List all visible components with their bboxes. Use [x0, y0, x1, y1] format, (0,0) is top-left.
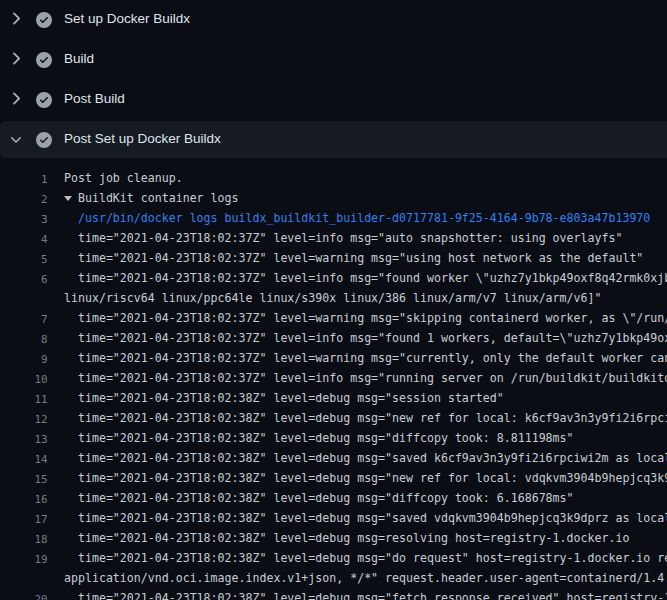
line-number[interactable]: 3	[0, 210, 48, 230]
log-line: 13 time="2021-04-23T18:02:38Z" level=deb…	[0, 428, 667, 448]
check-circle-icon	[36, 52, 52, 68]
chevron-right-icon	[6, 9, 25, 28]
log-text: time="2021-04-23T18:02:37Z" level=warnin…	[64, 248, 643, 268]
log-line-continuation: application/vnd.oci.image.index.v1+json,…	[0, 568, 667, 588]
log-text: time="2021-04-23T18:02:38Z" level=debug …	[64, 528, 629, 548]
log-line: 20 time="2021-04-23T18:02:38Z" level=deb…	[0, 588, 667, 600]
step-name: Post Set up Docker Buildx	[64, 119, 221, 159]
line-number[interactable]: 20	[0, 590, 48, 600]
check-circle-icon-svg	[36, 12, 52, 28]
log-text: application/vnd.oci.image.index.v1+json,…	[64, 568, 667, 588]
log-text: time="2021-04-23T18:02:38Z" level=debug …	[64, 468, 667, 488]
log-text: time="2021-04-23T18:02:38Z" level=debug …	[64, 388, 504, 408]
log-text: time="2021-04-23T18:02:37Z" level=warnin…	[64, 348, 667, 368]
check-circle-icon-svg	[36, 52, 52, 68]
log-line: 3 /usr/bin/docker logs buildx_buildkit_b…	[0, 208, 667, 228]
log-line: 7 time="2021-04-23T18:02:37Z" level=warn…	[0, 308, 667, 328]
chevron-right-icon	[6, 49, 25, 68]
log-line: 1Post job cleanup.	[0, 168, 667, 188]
line-number[interactable]: 7	[0, 310, 48, 330]
line-number[interactable]: 16	[0, 490, 48, 510]
step-name: Post Build	[64, 79, 125, 119]
line-number[interactable]: 6	[0, 270, 48, 290]
log-line: 9 time="2021-04-23T18:02:37Z" level=warn…	[0, 348, 667, 368]
line-number[interactable]: 4	[0, 230, 48, 250]
line-number[interactable]: 19	[0, 550, 48, 570]
line-number[interactable]: 14	[0, 450, 48, 470]
steps-list: Set up Docker BuildxBuildPost BuildPost …	[0, 0, 667, 160]
log-area: 1Post job cleanup.2 BuildKit container l…	[0, 168, 667, 600]
line-number[interactable]: 13	[0, 430, 48, 450]
log-line: 5 time="2021-04-23T18:02:37Z" level=warn…	[0, 248, 667, 268]
log-line: 6 time="2021-04-23T18:02:37Z" level=info…	[0, 268, 667, 288]
chevron-down-icon	[8, 132, 24, 148]
line-number[interactable]: 5	[0, 250, 48, 270]
log-command-text: /usr/bin/docker logs buildx_buildkit_bui…	[64, 208, 650, 228]
log-line: 14 time="2021-04-23T18:02:38Z" level=deb…	[0, 448, 667, 468]
actions-log-viewer: { "theme": { "background": "#0a0d13", "e…	[0, 0, 667, 600]
log-text: time="2021-04-23T18:02:38Z" level=debug …	[64, 408, 667, 428]
check-circle-icon	[36, 132, 52, 148]
log-text: time="2021-04-23T18:02:38Z" level=debug …	[64, 548, 667, 568]
log-text: time="2021-04-23T18:02:37Z" level=info m…	[64, 328, 667, 348]
check-circle-icon-svg	[36, 132, 52, 148]
step-header-set-up-docker-buildx[interactable]: Set up Docker Buildx	[0, 0, 667, 40]
line-number[interactable]: 10	[0, 370, 48, 390]
line-number[interactable]: 8	[0, 330, 48, 350]
step-name: Set up Docker Buildx	[64, 0, 190, 39]
chevron-down-icon-svg	[8, 132, 24, 148]
log-text: time="2021-04-23T18:02:37Z" level=warnin…	[64, 308, 667, 328]
log-line: 11 time="2021-04-23T18:02:38Z" level=deb…	[0, 388, 667, 408]
log-line: 19 time="2021-04-23T18:02:38Z" level=deb…	[0, 548, 667, 568]
check-circle-icon	[36, 92, 52, 108]
log-line: 10 time="2021-04-23T18:02:37Z" level=inf…	[0, 368, 667, 388]
log-text: time="2021-04-23T18:02:38Z" level=debug …	[64, 428, 574, 448]
step-header-post-set-up-docker-buildx[interactable]: Post Set up Docker Buildx	[0, 120, 667, 160]
log-text: time="2021-04-23T18:02:37Z" level=info m…	[64, 368, 667, 388]
step-name: Build	[64, 39, 94, 79]
chevron-right-icon	[6, 89, 25, 108]
log-text: time="2021-04-23T18:02:37Z" level=info m…	[64, 228, 622, 248]
step-header-build[interactable]: Build	[0, 40, 667, 80]
chevron-right-icon-svg	[6, 49, 25, 68]
chevron-right-icon-svg	[6, 9, 25, 28]
log-text: time="2021-04-23T18:02:38Z" level=debug …	[64, 588, 667, 600]
log-line-continuation: linux/riscv64 linux/ppc64le linux/s390x …	[0, 288, 667, 308]
line-number[interactable]: 1	[0, 170, 48, 190]
log-line: 17 time="2021-04-23T18:02:38Z" level=deb…	[0, 508, 667, 528]
log-line: 4 time="2021-04-23T18:02:37Z" level=info…	[0, 228, 667, 248]
log-line: 12 time="2021-04-23T18:02:38Z" level=deb…	[0, 408, 667, 428]
line-number[interactable]: 2	[0, 190, 48, 210]
log-group-title[interactable]: BuildKit container logs	[64, 188, 239, 208]
check-circle-icon	[36, 12, 52, 28]
log-line: 8 time="2021-04-23T18:02:37Z" level=info…	[0, 328, 667, 348]
line-number[interactable]: 15	[0, 470, 48, 490]
log-line: 2 BuildKit container logs	[0, 188, 667, 208]
check-circle-icon-svg	[36, 92, 52, 108]
line-number[interactable]: 9	[0, 350, 48, 370]
log-text: time="2021-04-23T18:02:38Z" level=debug …	[64, 488, 574, 508]
line-number[interactable]: 11	[0, 390, 48, 410]
log-line: 15 time="2021-04-23T18:02:38Z" level=deb…	[0, 468, 667, 488]
log-line: 16 time="2021-04-23T18:02:38Z" level=deb…	[0, 488, 667, 508]
log-text: linux/riscv64 linux/ppc64le linux/s390x …	[64, 288, 601, 308]
log-text: time="2021-04-23T18:02:37Z" level=info m…	[64, 268, 667, 288]
chevron-right-icon-svg	[6, 89, 25, 108]
line-number[interactable]: 18	[0, 530, 48, 550]
log-text: time="2021-04-23T18:02:38Z" level=debug …	[64, 448, 667, 468]
log-text: time="2021-04-23T18:02:38Z" level=debug …	[64, 508, 667, 528]
log-line: 18 time="2021-04-23T18:02:38Z" level=deb…	[0, 528, 667, 548]
line-number[interactable]: 12	[0, 410, 48, 430]
log-text: Post job cleanup.	[64, 168, 183, 188]
step-header-post-build[interactable]: Post Build	[0, 80, 667, 120]
line-number[interactable]: 17	[0, 510, 48, 530]
